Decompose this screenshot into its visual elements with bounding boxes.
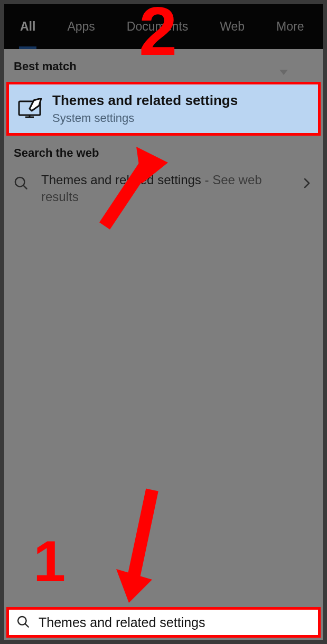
search-input[interactable] [39,615,318,630]
svg-line-6 [25,624,29,627]
search-web-header: Search the web [4,136,323,168]
tab-more-label: More [276,20,304,33]
web-result-sep: - [201,173,212,187]
search-icon [12,174,31,193]
annotation-step-1: 1 [33,532,66,590]
search-icon [16,615,31,630]
svg-marker-10 [116,569,152,603]
tab-web[interactable]: Web [204,4,260,49]
tab-all[interactable]: All [4,4,51,49]
svg-line-9 [133,490,152,580]
search-tabs: All Apps Documents Web More [4,4,323,49]
start-search-panel: All Apps Documents Web More Best match T… [4,4,323,640]
tab-documents[interactable]: Documents [111,4,204,49]
chevron-down-icon [279,70,288,75]
tab-apps[interactable]: Apps [51,4,110,49]
annotation-arrow-to-searchbox [110,485,173,606]
chevron-right-icon [301,177,315,192]
web-result-query: Themes and related settings [41,173,201,187]
best-match-result[interactable]: Themes and related settings System setti… [6,82,321,136]
svg-line-4 [23,185,26,188]
taskbar-search-box[interactable] [6,607,321,638]
personalization-icon [15,96,46,121]
tab-more[interactable]: More [260,4,323,49]
web-result-text: Themes and related settings - See web re… [41,172,301,206]
best-match-title: Themes and related settings [52,92,318,109]
best-match-texts: Themes and related settings System setti… [52,92,318,125]
web-result-item[interactable]: Themes and related settings - See web re… [4,168,323,209]
best-match-subtitle: System settings [52,111,318,125]
best-match-header: Best match [4,49,323,82]
